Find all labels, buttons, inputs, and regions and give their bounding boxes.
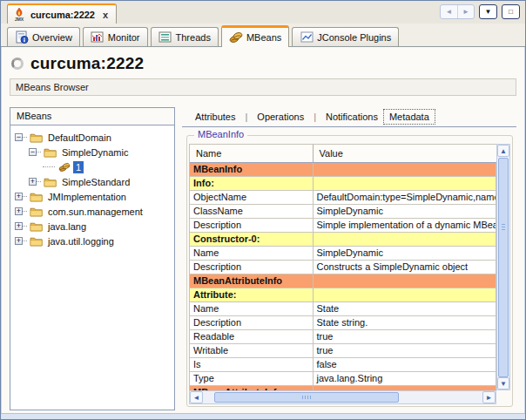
column-header-value[interactable]: Value [313,145,496,162]
tab-label: Monitor [108,32,140,43]
expand-icon[interactable]: + [15,237,23,245]
jconsole-window: JMX curcuma:2222 x ◄ ► ▼ □ OverviewMonit… [0,0,526,420]
mbeans-tree[interactable]: −DefaultDomain−SimpleDynamic1+SimpleStan… [10,125,174,410]
scroll-down-icon[interactable]: ▼ [497,377,509,390]
connection-tab[interactable]: JMX curcuma:2222 x [7,3,117,24]
tree-item-label: SimpleDynamic [59,146,131,159]
scroll-up-icon[interactable]: ▲ [497,145,509,157]
scroll-left-icon[interactable]: ◄ [190,391,203,403]
folder-icon [43,177,57,187]
tab-jconsole-plugins[interactable]: JConsole Plugins [292,27,399,46]
table-row[interactable]: Constructor-0: [190,232,496,246]
vertical-scrollbar[interactable]: ▲ ▼ [496,144,510,390]
cell-name: Description [190,315,313,329]
folder-icon [29,207,44,217]
table-row[interactable]: MBeanAttributeInfo [190,274,496,288]
cell-value: SimpleDynamic [313,246,496,260]
detail-tab-operations[interactable]: Operations [252,110,309,124]
horizontal-scroll-thumb[interactable] [214,392,399,403]
horizontal-scrollbar[interactable]: ◄ ► [189,390,496,404]
tab-label: JConsole Plugins [317,32,391,43]
cell-value: SimpleDynamic [313,204,496,218]
table-row[interactable]: ObjectNameDefaultDomain:type=SimpleDynam… [190,190,496,204]
table-row[interactable]: MBeanInfo [190,162,496,176]
cell-value: State string. [313,315,496,329]
column-header-name[interactable]: Name [190,145,313,162]
tab-mbeans[interactable]: MBeans [221,25,289,47]
expand-icon[interactable]: + [15,193,23,200]
tree-item-1[interactable]: 1 [10,159,174,174]
collapse-icon[interactable]: − [29,148,37,156]
vertical-scroll-thumb[interactable] [498,158,509,377]
tree-item-label: 1 [73,161,84,173]
tree-connector [23,196,27,197]
monitor-icon [91,30,105,44]
table-row[interactable]: Typejava.lang.String [190,371,496,385]
cell-name: MBeanAttributeInfo [190,274,313,288]
close-tab-icon[interactable]: x [103,10,108,20]
tree-item-java-lang[interactable]: +java.lang [10,219,174,234]
tree-item-simplestandard[interactable]: +SimpleStandard [10,174,174,189]
table-body: MBeanInfoInfo:ObjectNameDefaultDomain:ty… [190,162,496,390]
table-row[interactable]: DescriptionState string. [190,315,496,329]
table-row[interactable]: Readabletrue [190,329,496,343]
table-row[interactable]: Info: [190,176,496,190]
tree-item-defaultdomain[interactable]: −DefaultDomain [10,130,174,145]
cell-name: Name [190,301,313,315]
tree-connector [23,211,27,212]
expand-icon[interactable]: + [15,222,23,230]
detail-tab-metadata[interactable]: Metadata [383,109,435,125]
tree-item-jmimplementation[interactable]: +JMImplementation [10,189,174,204]
tree-item-simpledynamic[interactable]: −SimpleDynamic [10,145,174,159]
tab-content: curcuma:2222 MBeans Browser MBeans −Defa… [1,47,525,413]
cell-name: MBeanInfo [190,162,313,176]
expand-icon[interactable]: + [15,207,23,215]
main-tabbar: OverviewMonitorThreadsMBeansJConsole Plu… [1,24,525,47]
folder-icon [29,236,44,247]
jmx-flame-icon: JMX [12,8,26,21]
tree-item-com-sun-management[interactable]: +com.sun.management [10,204,174,219]
tab-threads[interactable]: Threads [151,27,219,46]
tree-connector [43,166,55,167]
table-row[interactable]: ClassNameSimpleDynamic [190,204,496,218]
expand-icon[interactable]: + [29,178,37,186]
scroll-right-icon[interactable]: ► [482,391,496,403]
folder-icon [29,192,44,202]
tab-overview[interactable]: Overview [7,27,80,46]
table-row[interactable]: Attribute: [190,288,496,301]
table-row[interactable]: Isfalse [190,357,496,371]
cell-name: Writable [190,343,313,357]
cell-value: false [313,357,496,371]
detail-tabbar: Attributes|Operations|NotificationsMetad… [182,107,516,126]
collapse-icon[interactable]: − [15,133,23,141]
cell-value [313,176,496,190]
navigation-buttons: ◄ ► [440,4,475,19]
table-row[interactable]: NameSimpleDynamic [190,246,496,260]
tab-label: Threads [176,32,211,43]
detail-tab-attributes[interactable]: Attributes [190,110,240,124]
tab-monitor[interactable]: Monitor [83,27,148,46]
table-row[interactable]: Writabletrue [190,343,496,357]
window-bottom-frame [1,413,525,419]
connection-heading: curcuma:2222 [1,47,525,76]
back-icon[interactable]: ◄ [441,5,457,18]
table-row[interactable]: DescriptionSimple implementation of a dy… [190,218,496,232]
maximize-window-button[interactable]: □ [502,4,520,19]
detail-tab-notifications[interactable]: Notifications [320,110,383,124]
spinner-icon [11,58,24,70]
metadata-scrollpane: Name Value MBeanInfoInfo:ObjectNameDefau… [189,144,510,404]
cell-value: State [313,301,496,315]
connection-title: curcuma:2222 [30,54,144,73]
table-row[interactable]: NameState [190,301,496,315]
forward-icon[interactable]: ► [457,5,474,18]
svg-text:JMX: JMX [15,17,24,22]
horizontal-scroll-track[interactable] [203,391,482,403]
tree-item-label: com.sun.management [45,206,145,218]
table-row[interactable]: DescriptionConstructs a SimpleDynamic ob… [190,260,496,274]
cell-name: Name [190,246,313,260]
document-tab-bar: JMX curcuma:2222 x ◄ ► ▼ □ [1,1,525,24]
cell-value: DefaultDomain:type=SimpleDynamic,name=1 [313,190,496,204]
tree-item-java-util-logging[interactable]: +java.util.logging [10,234,174,248]
restore-window-button[interactable]: ▼ [479,4,497,19]
cell-name: ObjectName [190,190,313,204]
